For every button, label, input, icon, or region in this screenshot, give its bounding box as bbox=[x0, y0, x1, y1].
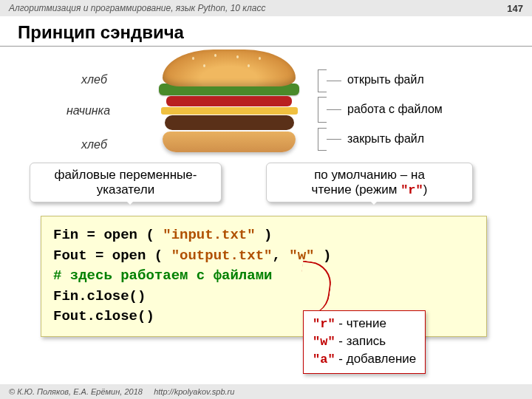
label-bread-top: хлеб bbox=[81, 73, 107, 86]
label-work-file: работа с файлом bbox=[347, 103, 443, 116]
code-string: "output.txt" bbox=[171, 248, 273, 264]
burger-illustration bbox=[155, 50, 303, 152]
label-open-file: открыть файл bbox=[347, 73, 424, 86]
callout-file-vars: файловые переменные- указатели bbox=[30, 163, 222, 202]
code-comment: # здесь работаем с файлами bbox=[53, 266, 474, 287]
mode-w: "w" bbox=[313, 335, 335, 349]
code: , bbox=[272, 248, 289, 264]
code: ) bbox=[315, 248, 332, 264]
mode-read: - чтение bbox=[335, 316, 386, 330]
copyright: © К.Ю. Поляков, Е.А. Ерёмин, 2018 bbox=[9, 387, 143, 396]
label-filling: начинка bbox=[66, 104, 110, 117]
label-close-file: закрыть файл bbox=[347, 132, 424, 146]
code: Fin = open ( bbox=[53, 227, 163, 243]
code: ) bbox=[256, 227, 273, 243]
mode-r: "r" bbox=[400, 183, 423, 197]
mode-r: "r" bbox=[313, 317, 335, 331]
course-header: Алгоритмизация и программирование, язык … bbox=[0, 0, 532, 16]
code-string: "input.txt" bbox=[163, 227, 255, 243]
page-number: 147 bbox=[507, 3, 523, 14]
callout-text: файловые переменные- bbox=[55, 168, 197, 182]
page-title: Принцип сэндвича bbox=[0, 16, 532, 47]
callout-text: указатели bbox=[97, 183, 154, 197]
code: Fout = open ( bbox=[53, 248, 171, 264]
callout-text: чтение (режим bbox=[312, 183, 401, 197]
mode-write: - запись bbox=[335, 334, 386, 348]
mode-append: - добавление bbox=[335, 352, 417, 366]
course-name: Алгоритмизация и программирование, язык … bbox=[9, 3, 265, 13]
code: Fin.close() bbox=[53, 287, 474, 307]
callout-text: по умолчанию – на bbox=[314, 168, 425, 182]
mode-a: "a" bbox=[313, 352, 335, 366]
label-bread-bottom: хлеб bbox=[81, 138, 107, 151]
callout-default-mode: по умолчанию – на чтение (режим "r") bbox=[266, 163, 473, 202]
callout-text: ) bbox=[423, 183, 428, 197]
modes-box: "r" - чтение "w" - запись "a" - добавлен… bbox=[303, 310, 426, 374]
footer-url: http://kpolyakov.spb.ru bbox=[154, 387, 234, 396]
footer: © К.Ю. Поляков, Е.А. Ерёмин, 2018 http:/… bbox=[0, 384, 532, 399]
